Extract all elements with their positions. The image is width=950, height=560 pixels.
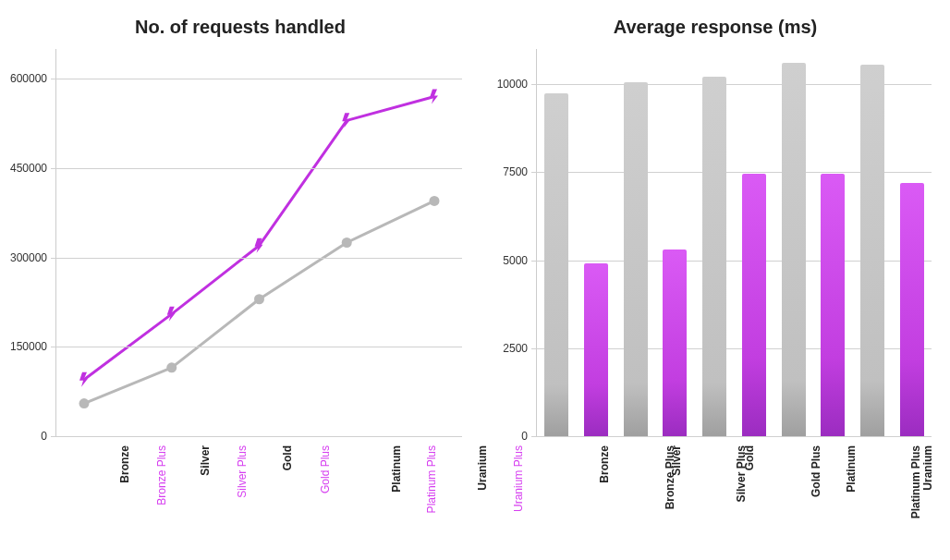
y-tick-label: 7500 [481, 165, 528, 178]
gridline [51, 347, 462, 347]
line-chart-svg [56, 49, 462, 436]
line-chart-title: No. of requests handled [0, 17, 481, 38]
line-marker-bolt-icon [430, 90, 438, 104]
x-tick-label: Platinum [390, 445, 403, 493]
x-tick-label: Silver [669, 445, 682, 476]
bar-plus [663, 250, 687, 436]
x-tick-label: Gold Plus [810, 445, 822, 497]
bar-base [544, 93, 568, 436]
y-tick-label: 0 [481, 430, 528, 443]
line-series [84, 97, 434, 380]
bar-plus [900, 183, 924, 436]
bar-base [624, 82, 648, 436]
x-tick-label-plus: Platinum Plus [426, 445, 439, 513]
bar-plus [742, 174, 766, 436]
bar-plus [821, 174, 845, 436]
y-tick-label: 5000 [481, 254, 528, 267]
gridline [531, 436, 932, 437]
x-tick-label: Bronze [118, 445, 131, 483]
line-marker-circle [166, 362, 177, 372]
x-tick-label-plus: Gold Plus [319, 445, 332, 493]
y-tick-label: 0 [1, 430, 47, 443]
x-tick-label: Bronze [598, 445, 611, 483]
gridline [51, 258, 462, 259]
gridline [51, 168, 462, 169]
line-chart-area: 0150000300000450000600000BronzeBronze Pl… [55, 49, 462, 437]
line-marker-circle [79, 398, 90, 408]
line-marker-circle [430, 196, 440, 206]
y-tick-label: 600000 [1, 72, 47, 85]
bar-chart-area: 025005000750010000BronzeBronze PlusSilve… [536, 49, 932, 437]
x-tick-label: Platinum [844, 445, 857, 493]
bar-plus [584, 263, 608, 436]
bar-base [860, 65, 884, 436]
y-tick-label: 450000 [1, 162, 47, 175]
x-tick-label: Silver [198, 445, 211, 476]
gridline [51, 436, 462, 437]
y-tick-label: 150000 [1, 340, 47, 353]
x-tick-label: Uranium [921, 445, 934, 491]
y-tick-label: 10000 [481, 78, 528, 91]
line-marker-circle [254, 294, 264, 304]
line-chart-panel: No. of requests handled 0150000300000450… [0, 0, 481, 560]
bar-base [702, 77, 726, 436]
x-tick-label: Gold [281, 445, 294, 470]
line-marker-circle [342, 237, 352, 248]
line-marker-bolt-icon [79, 372, 88, 387]
gridline [51, 79, 462, 79]
x-tick-label-plus: Silver Plus [235, 445, 248, 498]
y-tick-label: 300000 [1, 251, 47, 264]
y-tick-label: 2500 [481, 342, 528, 355]
x-tick-label: Gold [743, 445, 756, 470]
line-marker-bolt-icon [167, 307, 176, 322]
bar-chart-panel: Average response (ms) 025005000750010000… [481, 0, 950, 560]
bar-base [782, 63, 806, 436]
bar-chart-title: Average response (ms) [481, 17, 950, 38]
x-tick-label-plus: Bronze Plus [155, 445, 168, 505]
